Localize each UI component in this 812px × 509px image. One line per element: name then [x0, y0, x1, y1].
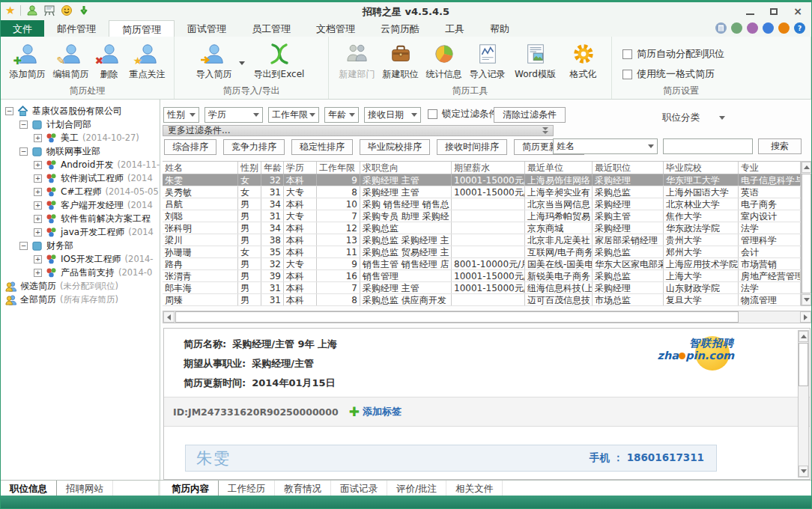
menu-file[interactable]: 文件 — [1, 20, 44, 37]
expand-icon[interactable]: + — [34, 228, 42, 237]
more-filters-bar[interactable]: 更多过滤条件... — [163, 125, 554, 136]
help-icon[interactable]: ? — [794, 22, 805, 34]
table-horizontal-scrollbar[interactable] — [163, 311, 812, 323]
table-row-路冉[interactable]: 路冉男32大专9销售主管 销售经理 店8001-10000元/月国美在线-国美电… — [163, 258, 801, 270]
format-button[interactable]: 格式化 — [562, 40, 605, 82]
collapse-icon[interactable]: − — [5, 107, 13, 115]
import-resume-button[interactable]: 导入简历 — [193, 40, 236, 82]
column-header-专业[interactable]: 专业 — [739, 162, 801, 174]
expand-icon[interactable]: + — [34, 255, 42, 263]
tab-简历内容[interactable]: 简历内容 — [163, 481, 219, 496]
menu-tab-云简历酷[interactable]: 云简历酷 — [368, 20, 432, 37]
table-row-孙珊珊[interactable]: 孙珊珊女35本科11采购总监 贸易经理 主互联网/电子商务采购总监郑州大学会计 — [163, 246, 801, 258]
expand-icon[interactable]: + — [34, 269, 42, 277]
new-position-button[interactable]: 新建职位 — [379, 40, 422, 82]
tree-item-物联网事业部[interactable]: −物联网事业部 — [1, 144, 160, 158]
menu-tab-工具[interactable]: 工具 — [432, 20, 477, 37]
tree-item-候选简历[interactable]: 候选简历(未分配到职位) — [1, 279, 160, 293]
tab-相关文件[interactable]: 相关文件 — [446, 481, 503, 496]
tree-item-客户端开发经理[interactable]: +客户端开发经理(2014 — [1, 198, 160, 212]
table-row-刘聪[interactable]: 刘聪男31大专7采购专员 助理 采购经上海玛希帕贸易采购主管焦作大学室内设计 — [163, 210, 801, 222]
search-field-dropdown[interactable]: 姓名 — [553, 138, 658, 154]
filter-dropdown-年龄[interactable]: 年龄 — [324, 107, 359, 123]
table-row-周臻[interactable]: 周臻男31本科8采购总监 供应商开发迈可百茂信息技市场总监复旦大学物流管理 — [163, 294, 801, 306]
tree-item-软件测试工程师[interactable]: +软件测试工程师(2014 — [1, 171, 160, 185]
statistics-button[interactable]: 统计信息 — [422, 40, 466, 82]
table-row-郎丰海[interactable]: 郎丰海男31本科7采购经理 主管10001-15000元/月纽海信息科技(上采购… — [163, 282, 801, 294]
column-header-姓名[interactable]: 姓名 — [163, 162, 238, 174]
import-dropdown-caret[interactable] — [239, 61, 245, 65]
sort-button-综合排序[interactable]: 综合排序 — [164, 139, 216, 155]
search-button[interactable]: 搜索 — [758, 138, 802, 154]
tab-评价/批注[interactable]: 评价/批注 — [387, 481, 446, 496]
tree-item-软件售前解决方案工程[interactable]: +软件售前解决方案工程 — [1, 212, 160, 225]
auto-assign-checkbox[interactable]: 简历自动分配到职位 — [622, 47, 724, 61]
menu-tab-面试管理[interactable]: 面试管理 — [175, 20, 239, 37]
tree-item-Android开发[interactable]: +Android开发(2014-11- — [1, 158, 160, 171]
column-header-求职意向[interactable]: 求职意向 — [360, 162, 452, 174]
tree-item-财务部[interactable]: −财务部 — [1, 239, 160, 252]
filter-dropdown-工作年限[interactable]: 工作年限 — [268, 107, 319, 123]
tree-item-C#工程师[interactable]: +C#工程师(2014-05-05 — [1, 185, 160, 198]
collapse-icon[interactable]: − — [19, 242, 28, 250]
tree-item-基康仪器股份有限公司[interactable]: −基康仪器股份有限公司 — [1, 104, 160, 118]
search-input[interactable] — [663, 138, 753, 154]
column-header-工作年限[interactable]: 工作年限 — [317, 162, 360, 174]
column-header-最近单位[interactable]: 最近单位 — [525, 162, 593, 174]
menu-tab-员工管理[interactable]: 员工管理 — [239, 20, 303, 37]
column-header-毕业院校[interactable]: 毕业院校 — [664, 162, 739, 174]
tree-item-java开发工程师[interactable]: +java开发工程师(2014 — [1, 225, 160, 239]
clear-filter-button[interactable]: 清除过滤条件 — [494, 107, 566, 123]
import-log-button[interactable]: 导入记录 — [466, 40, 509, 82]
table-row-张科明[interactable]: 张科明男34本科12采购总监京东商城采购经理华东政法学院法学 — [163, 222, 801, 234]
table-vertical-scrollbar[interactable] — [801, 161, 812, 306]
filter-dropdown-学历[interactable]: 学历 — [204, 107, 263, 123]
expand-icon[interactable]: + — [34, 161, 42, 169]
scroll-right-button[interactable] — [800, 311, 811, 323]
unified-format-checkbox[interactable]: 使用统一格式简历 — [622, 67, 724, 81]
column-header-年龄[interactable]: 年龄 — [261, 162, 284, 174]
scroll-thumb[interactable] — [799, 343, 808, 386]
theme-blue-icon[interactable] — [763, 22, 774, 34]
tree-item-计划合同部[interactable]: −计划合同部 — [1, 118, 160, 131]
expand-icon[interactable]: + — [34, 174, 42, 183]
scroll-thumb[interactable] — [175, 311, 739, 323]
column-header-期望薪水[interactable]: 期望薪水 — [452, 162, 525, 174]
add-tag-button[interactable]: ✚添加标签 — [349, 405, 402, 418]
expand-icon[interactable]: + — [34, 215, 42, 223]
edit-resume-button[interactable]: ✎ 编辑简历 — [49, 40, 93, 82]
collapse-icon[interactable]: − — [19, 121, 28, 129]
tab-教育情况[interactable]: 教育情况 — [275, 481, 331, 496]
column-header-性别[interactable]: 性别 — [238, 162, 261, 174]
lock-filter-checkbox[interactable]: 锁定过滤条件 — [428, 108, 498, 121]
sort-button-接收时间排序[interactable]: 接收时间排序 — [437, 139, 507, 155]
calculator-icon[interactable] — [715, 22, 727, 34]
sort-button-竞争力排序[interactable]: 竞争力排序 — [223, 139, 285, 155]
filter-dropdown-接收日期[interactable]: 接收日期 — [364, 107, 421, 123]
scroll-thumb[interactable] — [802, 174, 811, 293]
word-template-button[interactable]: Word模版 — [509, 40, 562, 82]
table-row-张渭青[interactable]: 张渭青男39本科16销售管理10001-15000元/月新锐美电子商务采购总监上… — [163, 270, 801, 282]
sort-button-毕业院校排序[interactable]: 毕业院校排序 — [360, 139, 430, 155]
export-excel-button[interactable]: 导出到Excel — [248, 40, 311, 82]
column-header-最近职位[interactable]: 最近职位 — [593, 162, 664, 174]
tree-item-产品售前支持[interactable]: +产品售前支持(2014-0 — [1, 266, 160, 279]
menu-tab-邮件管理[interactable]: 邮件管理 — [44, 20, 109, 37]
tree-item-美工[interactable]: +美工(2014-10-27) — [1, 131, 160, 144]
tab-面试记录[interactable]: 面试记录 — [331, 481, 387, 496]
table-row-朱雯[interactable]: 朱雯女32本科9采购经理 主管10001-15000元/月上海易饰佳网络采购经理… — [163, 174, 801, 186]
close-button[interactable]: × — [787, 4, 808, 19]
scroll-left-button[interactable] — [163, 311, 175, 323]
filter-dropdown-性别[interactable]: 性别 — [163, 107, 199, 123]
table-row-梁川[interactable]: 梁川男38本科13采购总监 采购经理 主北京非凡定美社家居部采销经理贵州大学管理… — [163, 234, 801, 246]
tree-item-IOS开发工程师[interactable]: +IOS开发工程师(2014- — [1, 252, 160, 266]
scroll-down-button[interactable] — [802, 294, 811, 305]
theme-green-icon[interactable] — [731, 22, 742, 34]
table-row-吴秀敏[interactable]: 吴秀敏女31大专8采购经理 主管10001-15000元/月上海辛昶实业有采购总… — [163, 186, 801, 198]
scroll-up-button[interactable] — [802, 162, 811, 173]
collapse-icon[interactable]: − — [19, 147, 28, 156]
scroll-up-button[interactable] — [799, 331, 808, 342]
add-resume-button[interactable]: ✚ 添加简历 — [6, 40, 49, 82]
focus-resume-button[interactable]: ★ 重点关注 — [126, 40, 169, 82]
menu-tab-帮助[interactable]: 帮助 — [477, 20, 522, 37]
